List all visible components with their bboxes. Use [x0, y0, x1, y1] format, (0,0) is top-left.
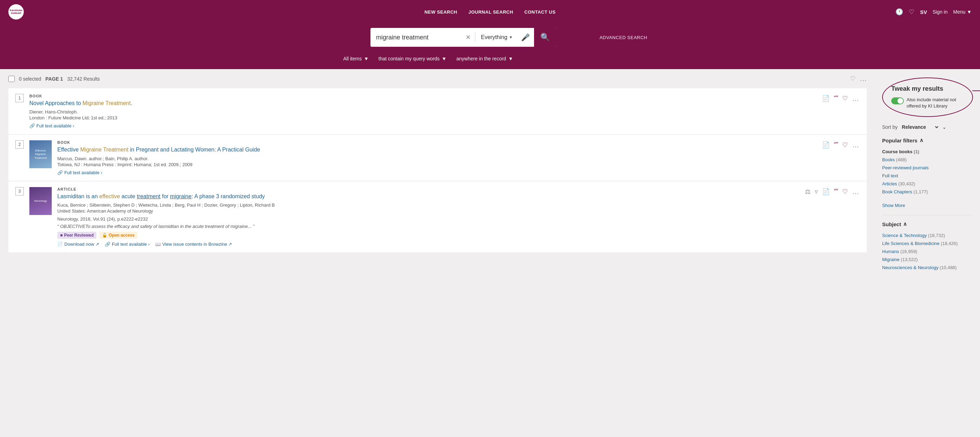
cite-icon-2[interactable]: “”: [833, 140, 839, 149]
result-title-link-1[interactable]: Novel Approaches to Migraine Treatment.: [29, 100, 132, 106]
result-fulltext-link-1[interactable]: 🔗 Full text available ›: [29, 123, 811, 128]
list-item[interactable]: Book Chapters (1,177): [882, 188, 973, 196]
list-item[interactable]: Course books (1): [882, 148, 973, 156]
page-info: PAGE 1: [45, 76, 63, 82]
lang-switcher[interactable]: SV: [920, 9, 927, 15]
save-icon-2[interactable]: ♡: [842, 140, 849, 149]
cite-icon-1[interactable]: “”: [833, 94, 839, 103]
result-content-1: BOOK Novel Approaches to Migraine Treatm…: [29, 94, 811, 128]
more-icon-2[interactable]: …: [851, 140, 860, 150]
save-icon-1[interactable]: ♡: [842, 94, 849, 103]
badge-row-3: ■ Peer Reviewed 🔓 Open access: [57, 232, 794, 239]
pdf-icon-2[interactable]: 📄: [821, 140, 830, 149]
sign-in-link[interactable]: Sign in: [932, 9, 948, 15]
favorites-icon[interactable]: ♡: [909, 8, 914, 16]
result-thumb-3: Neurology: [29, 187, 52, 215]
filter-row: All items ▼ that contain my query words …: [0, 54, 980, 69]
pdf-icon-3[interactable]: 📄: [821, 187, 830, 196]
result-title-link-2[interactable]: Effective Migraine Treatment in Pregnant…: [57, 147, 260, 152]
more-icon-1[interactable]: …: [851, 94, 860, 103]
scope-label: Everything: [481, 34, 508, 41]
result-authors-3: Kuca, Bernice ; Silberstein, Stephen D ;…: [57, 203, 794, 208]
result-title-3: Lasmiditan is an effective acute treatme…: [57, 193, 794, 200]
results-count: 32,742 Results: [67, 76, 100, 82]
download-link-3[interactable]: 📄 Download now ↗: [57, 242, 99, 247]
fulltext-link-3[interactable]: 🔗 Full text available ›: [105, 242, 150, 247]
result-title-link-3[interactable]: Lasmiditan is an effective acute treatme…: [57, 193, 265, 199]
tweak-title: Tweak my results: [891, 85, 964, 92]
result-number-1: 1: [15, 94, 24, 102]
browzine-link-3[interactable]: 📖 View issue contents in Browzine ↗: [155, 242, 232, 247]
sidebar: Tweak my results Also include material n…: [875, 69, 980, 284]
contains-filter-button[interactable]: that contain my query words ▼: [375, 54, 450, 63]
subject-list: Science & Technology (18,732) Life Scien…: [882, 231, 973, 272]
pdf-icon-1[interactable]: 📄: [821, 94, 830, 103]
history-icon[interactable]: 🕐: [896, 8, 903, 16]
result-pub-2: Totowa, NJ : Humana Press : Imprint: Hum…: [57, 162, 811, 167]
include-material-toggle[interactable]: [891, 97, 904, 104]
result-authors-2: Marcus, Dawn. author.; Bain, Philip A. a…: [57, 156, 811, 161]
result-thumb-2: EffectiveMigraineTreatment: [29, 140, 52, 168]
result-authors-1: Diener, Hans-Christoph.: [29, 109, 811, 114]
popular-filters-collapse-icon[interactable]: ∧: [920, 137, 923, 144]
clear-search-icon[interactable]: ✕: [463, 31, 474, 44]
nav-contact-us[interactable]: CONTACT US: [524, 10, 555, 15]
toggle-row: Also include material not offered by KI …: [891, 97, 964, 109]
peer-reviewed-badge-3: ■ Peer Reviewed: [57, 232, 97, 239]
selected-count: 0 selected: [19, 76, 41, 82]
list-item[interactable]: Science & Technology (18,732): [882, 231, 973, 239]
list-item[interactable]: Migraine (13,522): [882, 255, 973, 263]
section-divider: [882, 215, 973, 215]
result-number-2: 2: [15, 140, 24, 149]
results-area: 0 selected PAGE 1 32,742 Results ♡ … 1 B…: [0, 69, 875, 284]
list-item[interactable]: Articles (30,432): [882, 180, 973, 188]
peer-icon: ■: [60, 233, 62, 238]
nav-new-search[interactable]: NEW SEARCH: [424, 10, 457, 15]
logo-area: KarolinskaInstitutet: [8, 4, 24, 19]
list-item[interactable]: Humans (16,959): [882, 247, 973, 255]
location-filter-button[interactable]: anywhere in the record ▼: [453, 54, 517, 63]
save-toolbar-icon[interactable]: ♡: [850, 75, 856, 83]
more-options-icon[interactable]: …: [860, 75, 867, 83]
result-type-1: BOOK: [29, 94, 811, 98]
list-item[interactable]: Neurosciences & Neurology (10,488): [882, 263, 973, 272]
subject-collapse-icon[interactable]: ∧: [903, 221, 907, 227]
result-pub-3: United States: American Academy of Neuro…: [57, 208, 794, 214]
contains-filter-arrow: ▼: [442, 56, 447, 62]
header: KarolinskaInstitutet NEW SEARCH JOURNAL …: [0, 0, 980, 24]
result-pub-1: London : Future Medicine Ltd; 1st ed.; 2…: [29, 115, 811, 120]
download-icon: 📄: [57, 242, 63, 247]
table-row: 2 EffectiveMigraineTreatment BOOK Effect…: [8, 135, 867, 180]
sort-by-label: Sort by: [882, 124, 897, 130]
search-input[interactable]: migraine treatment: [371, 29, 463, 46]
items-filter-label: All items: [343, 56, 362, 62]
show-more-button[interactable]: Show More: [882, 203, 973, 208]
mic-icon[interactable]: 🎤: [517, 30, 534, 44]
filter-icon-3[interactable]: ⚖: [804, 187, 811, 196]
menu-link[interactable]: Menu ▼: [953, 9, 972, 15]
list-item[interactable]: Peer-reviewed journals: [882, 164, 973, 172]
cite-icon-3[interactable]: “”: [833, 187, 839, 196]
search-area: migraine treatment ✕ Everything ▼ 🎤 🔍 AD…: [0, 24, 980, 54]
sort-select[interactable]: Relevance Date (newest) Date (oldest) Au…: [900, 124, 939, 130]
list-item[interactable]: Books (488): [882, 156, 973, 164]
more-icon-3[interactable]: …: [851, 187, 860, 196]
filter2-icon-3[interactable]: ▿: [814, 187, 819, 196]
result-abstract-3: “ OBJECTIVETo assess the efficacy and sa…: [57, 224, 794, 229]
nav-journal-search[interactable]: JOURNAL SEARCH: [468, 10, 513, 15]
scope-dropdown[interactable]: Everything ▼: [477, 32, 517, 43]
result-title-2: Effective Migraine Treatment in Pregnant…: [57, 146, 811, 154]
open-access-badge-3: 🔓 Open access: [99, 232, 137, 239]
result-fulltext-link-2[interactable]: 🔗 Full text available ›: [57, 170, 811, 175]
tweak-results-box: Tweak my results Also include material n…: [882, 78, 973, 117]
select-all-checkbox[interactable]: [8, 76, 15, 82]
save-icon-3[interactable]: ♡: [842, 187, 849, 196]
result-content-2: BOOK Effective Migraine Treatment in Pre…: [57, 140, 811, 175]
search-button[interactable]: 🔍: [534, 28, 556, 47]
items-filter-button[interactable]: All items ▼: [340, 54, 372, 63]
toggle-label: Also include material not offered by KI …: [907, 97, 964, 109]
list-item[interactable]: Life Sciences & Biomedicine (18,426): [882, 239, 973, 247]
list-item[interactable]: Full text: [882, 172, 973, 180]
divider: [475, 32, 475, 42]
advanced-search-link[interactable]: ADVANCED SEARCH: [600, 35, 647, 40]
